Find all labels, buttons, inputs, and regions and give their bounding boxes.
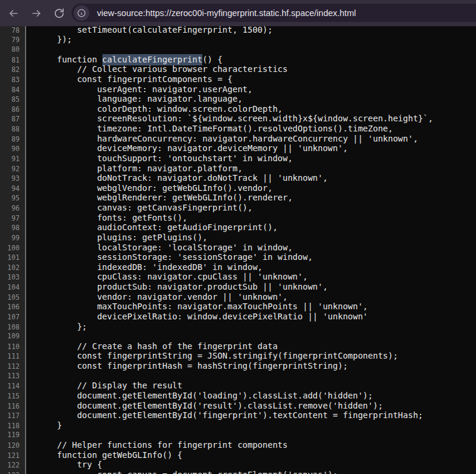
- line-number: 95: [0, 193, 26, 203]
- code-text: // Display the result: [26, 381, 182, 391]
- line-number: 114: [0, 381, 26, 391]
- code-text: plugins: getPlugins(),: [26, 233, 208, 243]
- line-number: 90: [0, 144, 26, 154]
- code-text: });: [26, 34, 72, 45]
- code-text: deviceMemory: navigator.deviceMemory || …: [26, 143, 348, 153]
- code-line: 102 indexedDB: 'indexedDB' in window,: [0, 262, 476, 272]
- line-number: 89: [0, 134, 26, 145]
- code-line: 123 const canvas = document.createElemen…: [0, 470, 476, 474]
- code-text: language: navigator.language,: [26, 94, 243, 104]
- code-text: function getWebGLInfo() {: [26, 450, 182, 460]
- reload-icon: [54, 8, 65, 19]
- back-button[interactable]: [3, 3, 23, 23]
- code-text: const fingerprintString = JSON.stringify…: [26, 351, 398, 361]
- code-line: 100 localStorage: 'localStorage' in wind…: [0, 243, 476, 253]
- code-text: document.getElementById('result').classL…: [26, 401, 383, 411]
- line-number: 97: [0, 214, 26, 224]
- code-line: 89 hardwareConcurrency: navigator.hardwa…: [0, 134, 476, 144]
- line-number: 93: [0, 174, 26, 184]
- url-text: view-source:https://zeroc00i-myfingerpri…: [97, 8, 356, 18]
- code-line: 115 document.getElementById('loading').c…: [0, 391, 476, 401]
- line-number: 96: [0, 203, 26, 214]
- line-number: 86: [0, 105, 26, 115]
- code-text: document.getElementById('loading').class…: [26, 391, 373, 401]
- code-text: indexedDB: 'indexedDB' in window,: [26, 262, 262, 272]
- highlighted-match: calculateFingerprint: [102, 54, 203, 65]
- line-number: 87: [0, 114, 26, 124]
- page-info-button[interactable]: [74, 5, 89, 21]
- line-number: 81: [0, 55, 26, 65]
- code-text: audioContext: getAudioFingerprint(),: [26, 222, 278, 233]
- code-line: 111 const fingerprintString = JSON.strin…: [0, 351, 476, 361]
- code-text: canvas: getCanvasFingerprint(),: [26, 203, 252, 213]
- code-text: webglVendor: getWebGLInfo().vendor,: [26, 183, 273, 193]
- code-text: screenResolution: `${window.screen.width…: [26, 114, 433, 124]
- browser-toolbar: view-source:https://zeroc00i-myfingerpri…: [0, 0, 476, 26]
- code-line: 90 deviceMemory: navigator.deviceMemory …: [0, 143, 476, 153]
- code-line: 112 const fingerprintHash = hashString(f…: [0, 361, 476, 371]
- line-number: 88: [0, 124, 26, 134]
- code-line: 117 document.getElementById('fingerprint…: [0, 410, 476, 420]
- code-text: // Create a hash of the fingerprint data: [26, 341, 278, 351]
- code-text: vendor: navigator.vendor || 'unknown',: [26, 292, 287, 302]
- line-number: 109: [0, 331, 26, 341]
- code-line: 98 audioContext: getAudioFingerprint(),: [0, 222, 476, 233]
- line-number: 111: [0, 351, 26, 362]
- line-number: 105: [0, 293, 26, 303]
- code-text: userAgent: navigator.userAgent,: [26, 84, 252, 95]
- code-text: timezone: Intl.DateTimeFormat().resolved…: [26, 124, 393, 134]
- line-number: 103: [0, 272, 26, 282]
- back-arrow-icon: [8, 8, 19, 19]
- code-text: // Helper functions for fingerprint comp…: [26, 440, 287, 450]
- code-line: 113: [0, 371, 476, 381]
- code-line: 122 try {: [0, 460, 476, 470]
- code-text: cpuClass: navigator.cpuClass || 'unknown…: [26, 272, 308, 282]
- line-number: 120: [0, 441, 26, 451]
- code-text: const canvas = document.createElement('c…: [26, 470, 338, 474]
- code-line: 82 // Collect various browser characteri…: [0, 64, 476, 74]
- code-line: 118 }: [0, 420, 476, 431]
- line-number: 94: [0, 184, 26, 194]
- code-text: colorDepth: window.screen.colorDepth,: [26, 104, 283, 114]
- code-text: sessionStorage: 'sessionStorage' in wind…: [26, 252, 313, 262]
- line-number: 123: [0, 470, 26, 474]
- line-number: 116: [0, 401, 26, 412]
- code-line: 107 devicePixelRatio: window.devicePixel…: [0, 312, 476, 322]
- code-text: maxTouchPoints: navigator.maxTouchPoints…: [26, 302, 368, 312]
- reload-button[interactable]: [49, 3, 69, 23]
- code-line: 91 touchSupport: 'ontouchstart' in windo…: [0, 153, 476, 164]
- code-text: document.getElementById('fingerprint').t…: [26, 410, 423, 420]
- code-line: 78 setTimeout(calculateFingerprint, 1500…: [0, 25, 476, 35]
- line-number: 84: [0, 85, 26, 95]
- code-text: hardwareConcurrency: navigator.hardwareC…: [26, 134, 418, 144]
- line-number: 122: [0, 460, 26, 470]
- forward-button[interactable]: [26, 3, 46, 23]
- line-number: 104: [0, 282, 26, 293]
- info-icon: [77, 8, 86, 18]
- code-line: 120 // Helper functions for fingerprint …: [0, 440, 476, 450]
- line-number: 107: [0, 312, 26, 322]
- code-line: 99 plugins: getPlugins(),: [0, 233, 476, 243]
- line-number: 117: [0, 411, 26, 421]
- code-line: 92 platform: navigator.platform,: [0, 164, 476, 174]
- code-line: 114 // Display the result: [0, 381, 476, 391]
- code-line: 106 maxTouchPoints: navigator.maxTouchPo…: [0, 302, 476, 312]
- code-text: doNotTrack: navigator.doNotTrack || 'unk…: [26, 173, 328, 183]
- line-number: 83: [0, 75, 26, 85]
- code-line: 81 function calculateFingerprint() {: [0, 55, 476, 65]
- line-number: 108: [0, 322, 26, 332]
- code-line: 110 // Create a hash of the fingerprint …: [0, 341, 476, 351]
- code-text: const fingerprintHash = hashString(finge…: [26, 361, 348, 371]
- line-number: 82: [0, 65, 26, 75]
- line-number: 100: [0, 243, 26, 253]
- code-line: 84 userAgent: navigator.userAgent,: [0, 84, 476, 95]
- code-text: function calculateFingerprint() {: [26, 55, 223, 65]
- url-bar[interactable]: view-source:https://zeroc00i-myfingerpri…: [71, 4, 476, 22]
- code-text: // Collect various browser characteristi…: [26, 64, 287, 74]
- code-line: 116 document.getElementById('result').cl…: [0, 401, 476, 411]
- line-number: 92: [0, 164, 26, 174]
- code-line: 97 fonts: getFonts(),: [0, 213, 476, 223]
- line-number: 102: [0, 263, 26, 273]
- code-line: 87 screenResolution: `${window.screen.wi…: [0, 114, 476, 124]
- code-text: fonts: getFonts(),: [26, 213, 187, 223]
